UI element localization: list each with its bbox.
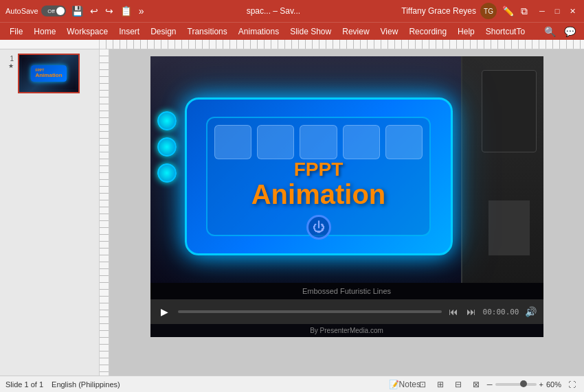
subtitle-text: Embossed Futuristic Lines bbox=[302, 287, 391, 295]
normal-view-button[interactable]: ⊡ bbox=[416, 378, 429, 391]
menu-slideshow[interactable]: Slide Show bbox=[284, 25, 337, 38]
slide-image: FPPT Animation ⏻ bbox=[150, 56, 543, 283]
ruler-top bbox=[100, 40, 584, 49]
animation-text: Animation bbox=[251, 181, 386, 208]
reading-view-button[interactable]: ⊟ bbox=[451, 378, 465, 391]
zoom-controls: ─ + 60% bbox=[487, 380, 561, 389]
ruler-corner bbox=[0, 40, 100, 49]
autosave-state: Off bbox=[47, 8, 55, 14]
slide-panel: 1 ★ FPPT Animation bbox=[0, 49, 100, 376]
menu-transitions[interactable]: Transitions bbox=[182, 25, 233, 38]
slide-item-1[interactable]: 1 ★ FPPT Animation bbox=[4, 54, 95, 93]
menu-bar: File Home Workspace Insert Design Transi… bbox=[0, 22, 584, 40]
zoom-in-button[interactable]: + bbox=[539, 380, 543, 389]
watermark-text: By PresenterMedia.com bbox=[310, 327, 383, 334]
machine-vent bbox=[488, 200, 530, 255]
blue-sign: FPPT Animation ⏻ bbox=[185, 97, 453, 255]
sign-bar-4 bbox=[343, 125, 380, 159]
menu-shortcut[interactable]: ShortcutTo bbox=[480, 25, 530, 38]
menu-help[interactable]: Help bbox=[452, 25, 480, 38]
menu-view[interactable]: View bbox=[375, 25, 404, 38]
autosave-toggle[interactable]: Off bbox=[41, 5, 66, 16]
save-icon[interactable]: 💾 bbox=[70, 4, 85, 18]
undo-icon[interactable]: ↩ bbox=[89, 4, 100, 18]
present-icon[interactable]: 📋 bbox=[119, 4, 133, 18]
progress-bar[interactable] bbox=[178, 310, 442, 313]
more-icon[interactable]: » bbox=[137, 4, 146, 18]
fppt-text: FPPT bbox=[294, 159, 344, 181]
menu-recording[interactable]: Recording bbox=[403, 25, 452, 38]
slide-info: Slide 1 of 1 bbox=[5, 380, 43, 389]
play-button[interactable]: ▶ bbox=[157, 304, 172, 319]
power-button: ⏻ bbox=[306, 215, 331, 240]
left-lights bbox=[157, 111, 177, 183]
canvas-area: FPPT Animation ⏻ Embossed Futuristic Lin… bbox=[109, 49, 584, 376]
sign-bar-1 bbox=[214, 125, 251, 159]
slide-canvas[interactable]: FPPT Animation ⏻ Embossed Futuristic Lin… bbox=[150, 56, 543, 337]
avatar-initials: TG bbox=[484, 8, 493, 15]
slide-thumbnail[interactable]: FPPT Animation bbox=[18, 54, 80, 93]
slide-number: 1 bbox=[4, 54, 14, 62]
menu-file[interactable]: File bbox=[4, 25, 28, 38]
light-1 bbox=[157, 111, 177, 130]
restore-icon[interactable]: ⧉ bbox=[519, 4, 529, 19]
sign-bar-5 bbox=[385, 125, 423, 159]
ruler-v-content bbox=[100, 49, 109, 376]
title-bar-icons: 💾 ↩ ↪ 📋 » bbox=[70, 4, 146, 18]
presenter-view-button[interactable]: ⊠ bbox=[469, 378, 483, 391]
status-right: 📝 Notes ⊡ ⊞ ⊟ ⊠ ─ + 60% ⛶ bbox=[398, 378, 579, 391]
ribbon-icon[interactable]: ✏️ bbox=[501, 4, 515, 18]
video-controls: ▶ ⏮ ⏭ 00:00.00 🔊 bbox=[150, 299, 543, 324]
user-name: Tiffany Grace Reyes bbox=[401, 6, 476, 16]
zoom-out-button[interactable]: ─ bbox=[487, 380, 493, 389]
watermark: By PresenterMedia.com bbox=[150, 324, 543, 337]
zoom-percent: 60% bbox=[546, 380, 561, 389]
light-3 bbox=[157, 163, 177, 183]
ruler-left bbox=[100, 49, 109, 376]
redo-icon[interactable]: ↪ bbox=[104, 4, 115, 18]
autosave-area: AutoSave Off bbox=[5, 5, 66, 16]
slide-sorter-button[interactable]: ⊞ bbox=[434, 378, 447, 391]
notes-button[interactable]: 📝 Notes bbox=[398, 378, 412, 391]
minimize-button[interactable]: ─ bbox=[536, 5, 548, 17]
maximize-button[interactable]: □ bbox=[551, 5, 563, 17]
skip-forward-button[interactable]: ⏭ bbox=[465, 305, 478, 319]
background-scene: FPPT Animation ⏻ bbox=[150, 56, 543, 283]
menu-home[interactable]: Home bbox=[28, 25, 61, 38]
window-controls: ─ □ ✕ bbox=[536, 5, 579, 17]
subtitle-bar: Embossed Futuristic Lines bbox=[150, 283, 543, 299]
ruler-top-content bbox=[100, 40, 584, 49]
toggle-knob bbox=[56, 7, 65, 15]
sign-bar-3 bbox=[300, 125, 337, 159]
volume-icon[interactable]: 🔊 bbox=[525, 306, 537, 317]
skip-back-button[interactable]: ⏮ bbox=[447, 305, 460, 319]
search-button[interactable]: 🔍 bbox=[540, 25, 560, 38]
menu-animations[interactable]: Animations bbox=[233, 25, 284, 38]
time-display: 00:00.00 bbox=[483, 308, 519, 316]
language-info: English (Philippines) bbox=[52, 380, 120, 389]
title-bar: AutoSave Off 💾 ↩ ↪ 📋 » spac... – Sav... … bbox=[0, 0, 584, 22]
fit-button[interactable]: ⛶ bbox=[565, 379, 579, 390]
feedback-button[interactable]: 💬 bbox=[560, 25, 580, 38]
status-bar: Slide 1 of 1 English (Philippines) 📝 Not… bbox=[0, 376, 584, 392]
main-content: 1 ★ FPPT Animation bbox=[0, 49, 584, 376]
slide-star: ★ bbox=[8, 62, 14, 69]
zoom-slider[interactable] bbox=[495, 383, 537, 386]
avatar: TG bbox=[480, 3, 497, 19]
slide-thumb-inner: FPPT Animation bbox=[19, 55, 78, 92]
sign-bar-2 bbox=[257, 125, 294, 159]
sign-bars bbox=[214, 125, 423, 159]
machine-right bbox=[461, 56, 543, 283]
menu-design[interactable]: Design bbox=[145, 25, 181, 38]
canvas-with-ruler: FPPT Animation ⏻ Embossed Futuristic Lin… bbox=[100, 49, 584, 376]
machine-detail bbox=[482, 70, 537, 152]
menu-review[interactable]: Review bbox=[337, 25, 374, 38]
file-title: spac... – Sav... bbox=[146, 6, 402, 16]
ruler-top-row bbox=[0, 40, 584, 49]
menu-workspace[interactable]: Workspace bbox=[61, 25, 113, 38]
menu-insert[interactable]: Insert bbox=[113, 25, 145, 38]
light-2 bbox=[157, 137, 177, 157]
autosave-label: AutoSave bbox=[5, 7, 38, 15]
close-button[interactable]: ✕ bbox=[566, 5, 579, 17]
user-area: Tiffany Grace Reyes TG ✏️ ⧉ bbox=[401, 3, 529, 19]
